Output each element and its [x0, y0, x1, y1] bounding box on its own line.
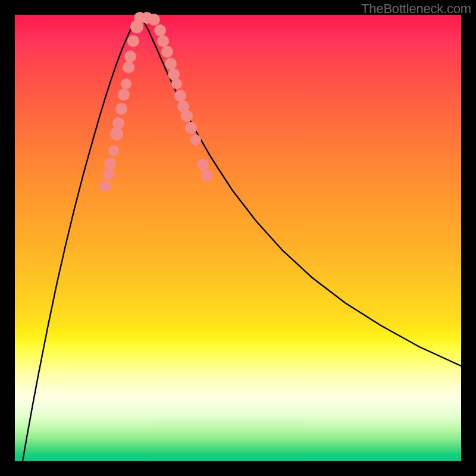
data-dot — [115, 103, 127, 115]
data-dot — [201, 170, 213, 181]
data-dot — [148, 14, 160, 26]
data-dot — [127, 35, 139, 47]
data-dot — [108, 145, 119, 156]
data-dot — [171, 79, 182, 89]
data-dot — [110, 127, 123, 140]
data-dot — [161, 46, 173, 58]
data-dot — [118, 89, 130, 101]
data-dot — [124, 51, 136, 62]
data-dot — [99, 180, 111, 192]
data-dot — [168, 68, 180, 80]
data-dot — [165, 58, 177, 70]
chart-frame: TheBottleneck.com — [0, 0, 476, 476]
data-dot — [197, 159, 209, 171]
data-dot — [104, 158, 116, 170]
data-dot — [112, 117, 124, 129]
data-dot — [185, 122, 197, 134]
data-dot — [123, 61, 134, 73]
right-curve — [140, 15, 461, 366]
data-dot — [181, 110, 193, 122]
data-dot — [174, 90, 186, 102]
data-dot — [190, 134, 201, 145]
data-dot — [121, 79, 131, 89]
data-dot — [157, 35, 169, 47]
curve-layer — [23, 15, 461, 461]
data-dot — [103, 168, 115, 180]
watermark-text: TheBottleneck.com — [361, 1, 471, 17]
dots-layer — [99, 12, 213, 192]
chart-svg — [15, 15, 461, 461]
data-dot — [154, 24, 166, 36]
